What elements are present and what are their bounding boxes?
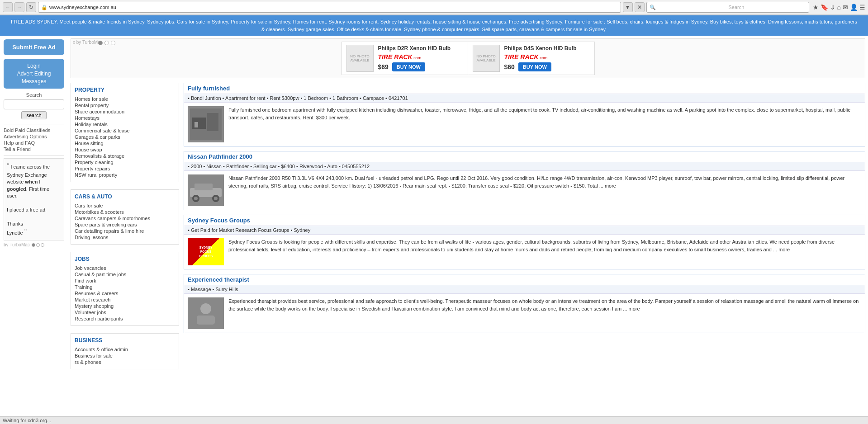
ad-title-2: Philips D4S Xenon HID Bulb — [504, 45, 590, 52]
dropdown-button[interactable]: ▼ — [623, 2, 633, 12]
sidebar: Submit Free Ad LoginAdvert EditingMessag… — [0, 36, 68, 379]
category-cars: CARS & AUTO Cars for sale Motorbikes & s… — [71, 189, 179, 245]
buy-now-button-2[interactable]: BUY NOW — [518, 62, 551, 71]
search-placeholder: Search — [729, 5, 806, 10]
page-layout: Submit Free Ad LoginAdvert EditingMessag… — [0, 36, 868, 379]
cat-computers-phones[interactable]: rs & phones — [75, 359, 175, 365]
category-title-jobs: JOBS — [75, 256, 175, 262]
cat-cars-for-sale[interactable]: Cars for sale — [75, 203, 175, 209]
cat-homes-for-sale[interactable]: Homes for sale — [75, 96, 175, 102]
dot-2 — [36, 243, 40, 247]
star-icon[interactable]: ★ — [813, 4, 819, 11]
browser-chrome: ← → ↻ 🔒 www.sydneyexchange.com.au ▼ ✕ 🔍 … — [0, 0, 868, 15]
ad-image-2: NO PHOTO AVAILABLE — [473, 45, 500, 72]
cat-property-cleaning[interactable]: Property cleaning — [75, 159, 175, 165]
category-column: PROPERTY Homes for sale Rental property … — [71, 83, 179, 377]
category-property: PROPERTY Homes for sale Rental property … — [71, 83, 179, 182]
cat-commercial[interactable]: Commercial sale & lease — [75, 127, 175, 134]
cat-research-participants[interactable]: Research participants — [75, 316, 175, 322]
cat-job-vacancies[interactable]: Job vacancies — [75, 265, 175, 271]
bookmark-icon[interactable]: 🔖 — [821, 4, 828, 11]
sidebar-link-tell-friend[interactable]: Tell a Friend — [4, 146, 64, 152]
svg-point-12 — [200, 303, 211, 314]
login-button[interactable]: LoginAdvert EditingMessages — [4, 59, 64, 89]
svg-rect-2 — [207, 113, 218, 131]
listing-text-2: Nissan Pathfinder 2000 R50 Ti 3.3L V6 4X… — [228, 174, 861, 206]
cat-property-repairs[interactable]: Property repairs — [75, 165, 175, 172]
cat-driving-lessons[interactable]: Driving lessons — [75, 234, 175, 240]
cat-share-accommodation[interactable]: Share accommodation — [75, 108, 175, 115]
listing-header-4: Experienced therapist — [184, 274, 865, 285]
cat-find-work[interactable]: Find work — [75, 278, 175, 284]
sidebar-divider-2 — [4, 155, 64, 155]
url-text: www.sydneyexchange.com.au — [49, 5, 116, 10]
back-button[interactable]: ← — [3, 2, 13, 12]
cat-garages[interactable]: Garages & car parks — [75, 134, 175, 140]
close-tab-button[interactable]: ✕ — [635, 2, 645, 12]
listing-title-2[interactable]: Nissan Pathfinder 2000 — [188, 153, 252, 160]
cat-caravans[interactable]: Caravans campers & motorhomes — [75, 215, 175, 221]
menu-icon[interactable]: ☰ — [859, 4, 865, 11]
ad-carousel: x by TurboMac NO PHOTO AVAILABLE Philips… — [71, 38, 865, 78]
listings-column: Fully furnished • Bondi Juntion • Apartm… — [184, 83, 865, 377]
cat-training[interactable]: Training — [75, 284, 175, 290]
svg-point-9 — [194, 197, 198, 200]
ad-item-1: NO PHOTO AVAILABLE Philips D2R Xenon HID… — [342, 42, 468, 75]
cat-motorbikes[interactable]: Motorbikes & scooters — [75, 209, 175, 215]
testimonial-text: I came across the Sydney Exchange websit… — [7, 164, 50, 236]
buy-now-button-1[interactable]: BUY NOW — [392, 62, 425, 71]
submit-free-ad-button[interactable]: Submit Free Ad — [4, 39, 64, 55]
carousel-dot-2[interactable] — [104, 41, 109, 45]
cat-homestays[interactable]: Homestays — [75, 115, 175, 121]
listing-tags-1: • Bondi Juntion • Apartment for rent • R… — [184, 94, 865, 103]
cat-removalists[interactable]: Removalists & storage — [75, 153, 175, 159]
ad-item-info-2: Philips D4S Xenon HID Bulb TIRE RACK.com… — [504, 45, 590, 71]
listing-header-1: Fully furnished — [184, 83, 865, 94]
cat-holiday-rentals[interactable]: Holiday rentals — [75, 121, 175, 127]
sidebar-link-advertising[interactable]: Advertising Options — [4, 133, 64, 140]
cat-house-sitting[interactable]: House sitting — [75, 140, 175, 146]
carousel-dot-3[interactable] — [111, 41, 115, 45]
home-icon[interactable]: ⌂ — [837, 4, 841, 11]
mail-icon[interactable]: ✉ — [843, 4, 848, 11]
listing-text-3: Sydney Focus Groups is looking for peopl… — [228, 238, 861, 265]
cat-mystery-shopping[interactable]: Mystery shopping — [75, 303, 175, 309]
search-button[interactable]: search — [21, 111, 46, 119]
search-section-label: Search — [4, 92, 64, 98]
category-business: BUSINESS Accounts & office admin Busines… — [71, 333, 179, 369]
sidebar-link-bold-paid[interactable]: Bold Paid Classifieds — [4, 127, 64, 133]
cat-market-research[interactable]: Market research — [75, 297, 175, 303]
listing-tags-4: • Massage • Surry Hills — [184, 285, 865, 294]
cat-car-detailing[interactable]: Car detailing repairs & limo hire — [75, 228, 175, 234]
forward-button[interactable]: → — [14, 2, 24, 12]
listing-card-1: Fully furnished • Bondi Juntion • Apartm… — [184, 83, 865, 146]
search-input[interactable] — [4, 99, 64, 109]
listing-title-3[interactable]: Sydney Focus Groups — [188, 217, 250, 224]
cat-spare-parts[interactable]: Spare parts & wrecking cars — [75, 221, 175, 228]
cat-rental-property[interactable]: Rental property — [75, 102, 175, 108]
ad-price-1: $69 — [378, 63, 389, 71]
browser-search-bar[interactable]: 🔍 Search — [646, 2, 809, 13]
cat-business-sale[interactable]: Business for sale — [75, 353, 175, 359]
cat-accounts[interactable]: Accounts & office admin — [75, 346, 175, 353]
sidebar-link-help[interactable]: Help and FAQ — [4, 140, 64, 146]
user-icon[interactable]: 👤 — [850, 4, 858, 11]
turbo-dots — [32, 243, 44, 247]
svg-rect-13 — [197, 316, 215, 325]
browser-toolbar: ← → ↻ 🔒 www.sydneyexchange.com.au ▼ ✕ 🔍 … — [0, 0, 868, 15]
cat-resumes[interactable]: Resumes & careers — [75, 290, 175, 297]
cat-nsw-rural[interactable]: NSW rural property — [75, 172, 175, 178]
carousel-dot-1[interactable] — [98, 41, 103, 45]
cat-volunteer[interactable]: Volunteer jobs — [75, 309, 175, 316]
testimonial-box: “ I came across the Sydney Exchange webs… — [4, 158, 64, 240]
ad-item-info-1: Philips D2R Xenon HID Bulb TIRE RACK.com… — [378, 45, 463, 71]
listing-title-4[interactable]: Experienced therapist — [188, 276, 249, 283]
listing-title-1[interactable]: Fully furnished — [188, 85, 230, 92]
url-bar[interactable]: 🔒 www.sydneyexchange.com.au — [38, 2, 621, 13]
cat-casual-jobs[interactable]: Casual & part-time jobs — [75, 271, 175, 278]
cat-house-swap[interactable]: House swap — [75, 146, 175, 153]
tire-rack-logo-2: TIRE RACK.com — [504, 53, 590, 61]
reload-button[interactable]: ↻ — [26, 2, 36, 12]
download-icon[interactable]: ⇓ — [830, 4, 835, 11]
ad-price-2: $60 — [504, 63, 515, 71]
